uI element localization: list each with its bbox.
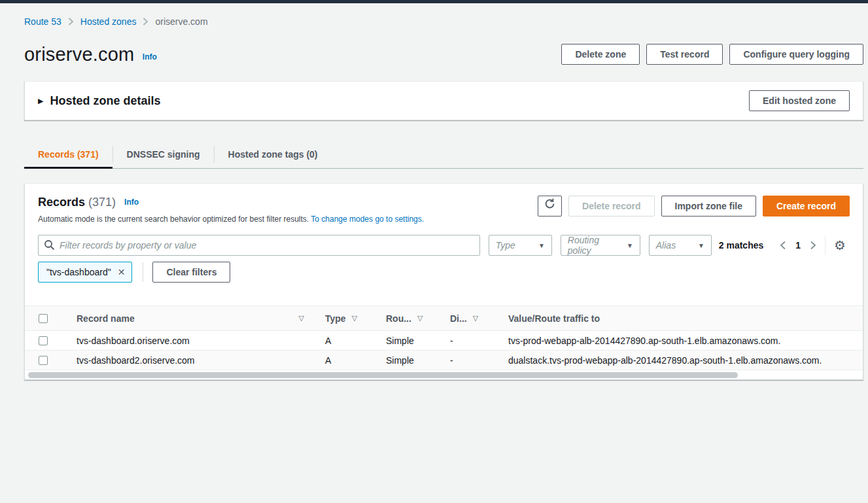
- routing-policy-dropdown-label: Routing policy: [568, 235, 623, 256]
- row-select-cell: [25, 336, 63, 345]
- sort-icon[interactable]: ▽: [417, 314, 423, 322]
- chevron-right-icon: [143, 18, 148, 26]
- horizontal-scrollbar: [25, 371, 863, 379]
- tab-records[interactable]: Records (371): [24, 143, 113, 168]
- table-row[interactable]: tvs-dashboard2.oriserve.com A Simple - d…: [25, 351, 863, 370]
- sort-icon[interactable]: ▽: [299, 314, 304, 322]
- filter-token-label: "tvs-dashboard": [46, 267, 111, 277]
- match-count: 2 matches: [719, 240, 763, 251]
- record-name-value: tvs-dashboard2.oriserve.com: [77, 355, 195, 366]
- sort-icon[interactable]: ▽: [352, 314, 357, 322]
- records-description: Automatic mode is the current search beh…: [38, 215, 424, 224]
- record-name-value: tvs-dashboard.oriserve.com: [77, 336, 190, 346]
- tab-dnssec-signing[interactable]: DNSSEC signing: [113, 143, 214, 168]
- record-name-header-label: Record name: [77, 313, 135, 324]
- sort-icon[interactable]: ▽: [473, 314, 478, 322]
- preferences-gear-icon[interactable]: ⚙: [834, 239, 846, 252]
- search-input[interactable]: [38, 235, 480, 256]
- record-differentiator-cell: -: [437, 355, 496, 366]
- configure-query-logging-button[interactable]: Configure query logging: [729, 44, 863, 65]
- change-modes-settings-link[interactable]: To change modes go to settings.: [311, 215, 424, 224]
- type-dropdown[interactable]: Type ▼: [489, 235, 552, 256]
- search-filter-row: Type ▼ Routing policy ▼ Alias ▼ 2 matche…: [25, 235, 863, 256]
- filter-divider: [143, 262, 143, 282]
- records-info-link[interactable]: Info: [124, 198, 139, 207]
- caret-down-icon: ▼: [698, 242, 704, 249]
- hosted-zone-details-panel: ▶ Hosted zone details Edit hosted zone: [24, 81, 863, 120]
- breadcrumb: Route 53 Hosted zones oriserve.com: [24, 16, 863, 27]
- record-type-cell: A: [312, 336, 373, 346]
- hosted-zone-details-title: Hosted zone details: [50, 94, 160, 108]
- table-header-row: Record name ▽ Type ▽ Rou... ▽ Di... ▽ Va…: [25, 305, 863, 331]
- record-name-cell: tvs-dashboard.oriserve.com: [63, 336, 312, 346]
- record-value-cell: dualstack.tvs-prod-webapp-alb-2014427890…: [496, 355, 863, 366]
- table-row[interactable]: tvs-dashboard.oriserve.com A Simple - tv…: [25, 331, 863, 351]
- records-count: (371): [88, 196, 116, 209]
- row-checkbox[interactable]: [39, 336, 48, 345]
- triangle-right-icon: ▶: [38, 97, 43, 105]
- type-header-label: Type: [325, 313, 346, 324]
- page-header: oriserve.com Info Delete zone Test recor…: [24, 44, 863, 65]
- pagination: 1: [780, 240, 816, 251]
- alias-dropdown[interactable]: Alias ▼: [649, 235, 712, 256]
- current-page-number[interactable]: 1: [795, 240, 801, 251]
- search-box: [38, 235, 480, 256]
- toolbar-divider: [825, 235, 825, 255]
- active-filters-row: "tvs-dashboard" ✕ Clear filters: [25, 262, 863, 283]
- alias-dropdown-label: Alias: [656, 240, 676, 251]
- create-record-button[interactable]: Create record: [763, 196, 850, 217]
- delete-record-button[interactable]: Delete record: [568, 196, 654, 217]
- clear-filters-button[interactable]: Clear filters: [152, 262, 230, 283]
- type-dropdown-label: Type: [496, 240, 515, 251]
- delete-zone-button[interactable]: Delete zone: [561, 44, 640, 65]
- routing-policy-dropdown[interactable]: Routing policy ▼: [561, 235, 640, 256]
- records-action-buttons: Delete record Import zone file Create re…: [538, 196, 850, 217]
- filter-token: "tvs-dashboard" ✕: [38, 262, 132, 283]
- tab-hosted-zone-tags[interactable]: Hosted zone tags (0): [215, 143, 332, 168]
- record-routing-cell: Simple: [373, 355, 437, 366]
- search-icon: [44, 239, 55, 253]
- hosted-zone-details-expander[interactable]: ▶ Hosted zone details: [38, 94, 161, 108]
- column-header-routing[interactable]: Rou... ▽: [373, 313, 437, 324]
- records-table: Record name ▽ Type ▽ Rou... ▽ Di... ▽ Va…: [25, 305, 863, 379]
- records-title: Records: [38, 196, 85, 209]
- console-top-bar: [0, 0, 868, 3]
- record-type-cell: A: [312, 355, 373, 366]
- import-zone-file-button[interactable]: Import zone file: [661, 196, 756, 217]
- caret-down-icon: ▼: [627, 242, 633, 249]
- record-value-cell: tvs-prod-webapp-alb-2014427890.ap-south-…: [496, 336, 863, 346]
- column-header-value: Value/Route traffic to: [496, 313, 863, 324]
- refresh-button[interactable]: [538, 196, 562, 217]
- previous-page-button[interactable]: [780, 241, 786, 250]
- select-all-checkbox[interactable]: [39, 314, 48, 323]
- next-page-button[interactable]: [810, 241, 816, 250]
- title-info-link[interactable]: Info: [143, 52, 157, 61]
- select-all-cell: [25, 314, 63, 323]
- refresh-icon: [544, 196, 555, 216]
- page-content: Route 53 Hosted zones oriserve.com orise…: [0, 16, 868, 380]
- column-header-differentiator[interactable]: Di... ▽: [437, 313, 496, 324]
- breadcrumb-hosted-zones-link[interactable]: Hosted zones: [80, 16, 137, 27]
- row-checkbox[interactable]: [39, 356, 48, 365]
- record-differentiator-cell: -: [437, 336, 496, 346]
- tab-bar: Records (371) DNSSEC signing Hosted zone…: [24, 143, 863, 169]
- column-header-record-name[interactable]: Record name ▽: [63, 313, 312, 324]
- page-title: oriserve.com: [24, 44, 134, 65]
- breadcrumb-route53-link[interactable]: Route 53: [24, 16, 61, 27]
- row-select-cell: [25, 356, 63, 365]
- page-title-group: oriserve.com Info: [24, 44, 157, 65]
- edit-hosted-zone-button[interactable]: Edit hosted zone: [749, 90, 850, 111]
- column-header-type[interactable]: Type ▽: [312, 313, 373, 324]
- caret-down-icon: ▼: [538, 242, 545, 249]
- records-title-group: Records (371) Info Automatic mode is the…: [38, 196, 424, 224]
- records-description-text: Automatic mode is the current search beh…: [38, 215, 309, 224]
- horizontal-scrollbar-thumb[interactable]: [28, 372, 738, 378]
- zone-action-buttons: Delete zone Test record Configure query …: [561, 44, 863, 65]
- remove-filter-icon[interactable]: ✕: [118, 267, 126, 277]
- record-routing-cell: Simple: [373, 336, 437, 346]
- chevron-right-icon: [68, 18, 74, 26]
- breadcrumb-current: oriserve.com: [155, 16, 207, 27]
- test-record-button[interactable]: Test record: [646, 44, 723, 65]
- records-panel-header: Records (371) Info Automatic mode is the…: [25, 196, 863, 224]
- records-panel: Records (371) Info Automatic mode is the…: [24, 183, 863, 380]
